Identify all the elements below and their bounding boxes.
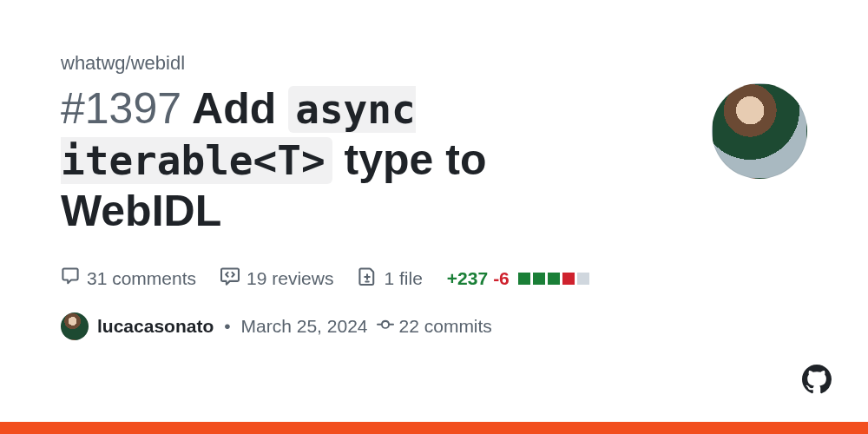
reviews-label: 19 reviews — [247, 268, 333, 289]
repo-path[interactable]: whatwg/webidl — [61, 52, 807, 75]
github-logo[interactable] — [802, 365, 832, 398]
author-date: March 25, 2024 — [241, 316, 368, 337]
social-preview-card: whatwg/webidl #1397 Add async iterable<T… — [0, 0, 868, 434]
reviews-stat[interactable]: 19 reviews — [220, 266, 333, 290]
commit-icon — [377, 316, 394, 338]
comments-label: 31 comments — [87, 268, 196, 289]
additions: +237 — [447, 268, 488, 289]
deletions: -6 — [493, 268, 510, 289]
comments-stat[interactable]: 31 comments — [61, 266, 196, 290]
separator-dot — [222, 316, 232, 337]
code-review-icon — [220, 266, 240, 290]
commits-stat[interactable]: 22 commits — [377, 316, 492, 338]
byline: lucacasonato March 25, 2024 22 commits — [61, 312, 807, 340]
diff-block — [548, 273, 560, 285]
files-label: 1 file — [384, 268, 422, 289]
stats-row: 31 comments 19 reviews 1 file +237 -6 — [61, 266, 807, 290]
author-avatar-large[interactable] — [712, 83, 807, 179]
pr-title[interactable]: #1397 Add async iterable<T> type to WebI… — [61, 83, 634, 237]
diff-block — [533, 273, 545, 285]
diff-block — [518, 273, 530, 285]
commits-label: 22 commits — [399, 316, 492, 337]
author-username[interactable]: lucacasonato — [97, 316, 214, 337]
comment-icon — [61, 266, 80, 290]
diff-block — [577, 273, 589, 285]
files-stat[interactable]: 1 file — [358, 266, 422, 290]
file-diff-icon — [358, 266, 377, 290]
accent-bar — [0, 422, 868, 434]
diff-block — [562, 273, 575, 285]
diffstat[interactable]: +237 -6 — [447, 268, 589, 289]
author-avatar-small[interactable] — [61, 312, 89, 340]
issue-number: #1397 — [61, 84, 181, 133]
title-row: #1397 Add async iterable<T> type to WebI… — [61, 83, 807, 237]
diff-blocks — [518, 273, 589, 285]
